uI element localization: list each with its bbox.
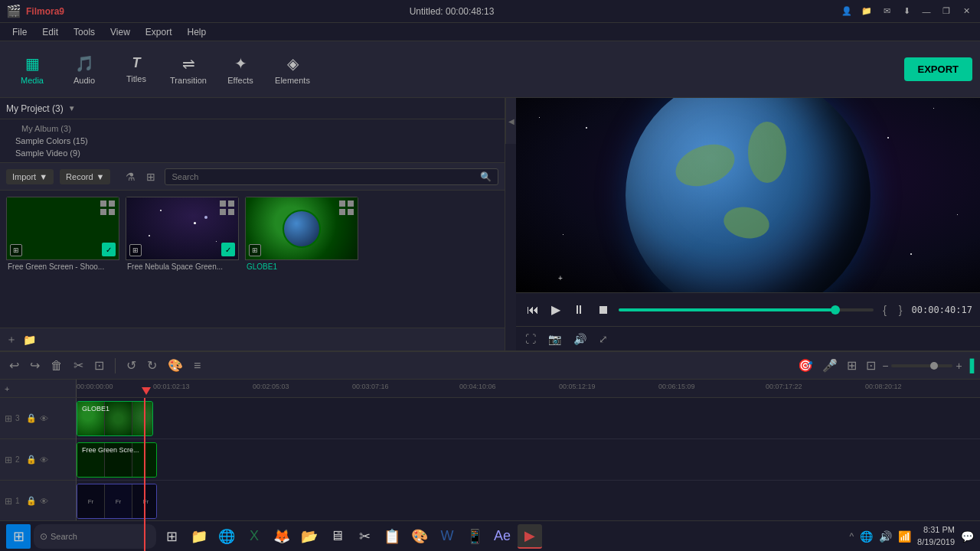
taskbar-search[interactable]: ⊙ Search — [34, 524, 156, 549]
zoom-out-btn[interactable]: − — [882, 360, 888, 372]
bg-star — [957, 214, 958, 215]
motion-track-icon[interactable]: 🎯 — [795, 355, 816, 376]
taskbar-start[interactable]: ⊞ — [6, 524, 31, 549]
clip-nebula[interactable]: Fr Fr Fr — [77, 484, 157, 519]
toolbar-elements[interactable]: ◈ Elements — [268, 45, 317, 94]
taskbar-firefox[interactable]: 🦊 — [270, 524, 294, 549]
toolbar-effects[interactable]: ✦ Effects — [216, 45, 265, 94]
media-item-greenscreen[interactable]: ⊞ ✓ Free Green Screen - Shoo... — [6, 197, 119, 273]
collapse-panel-btn[interactable]: ◀ — [505, 98, 516, 144]
grid-icon[interactable]: ⊞ — [143, 168, 158, 186]
taskbar-folder[interactable]: 📂 — [297, 524, 322, 549]
track-eye-1[interactable]: 👁 — [40, 497, 48, 506]
tree-sample-video[interactable]: Sample Video (9) — [6, 147, 498, 159]
tree-sample-colors[interactable]: Sample Colors (15) — [6, 135, 498, 147]
crop-btn[interactable]: ⊡ — [91, 355, 107, 376]
media-item-globe[interactable]: ⊞ GLOBE1 — [245, 197, 358, 273]
main-area: My Project (3) ▼ My Album (3) Sample Col… — [0, 98, 980, 350]
add-media-icon[interactable]: ＋ — [6, 333, 17, 347]
minimize-btn[interactable]: — — [919, 4, 934, 19]
menu-export[interactable]: Export — [139, 25, 178, 39]
skip-back-btn[interactable]: ⏮ — [524, 300, 542, 320]
taskbar-filmora-active[interactable]: ▶ — [518, 524, 542, 549]
preview-controls: ⏮ ▶ ⏸ ⏹ { } 00:00:40:17 — [516, 292, 980, 326]
taskbar-sticky[interactable]: 📋 — [380, 524, 404, 549]
close-btn[interactable]: ✕ — [959, 4, 974, 19]
menu-tools[interactable]: Tools — [67, 25, 101, 39]
track-lock-2[interactable]: 🔒 — [26, 455, 37, 465]
add-track-btn[interactable]: + — [5, 384, 9, 393]
mail-icon[interactable]: ✉ — [879, 4, 894, 19]
toolbar-audio[interactable]: 🎵 Audio — [60, 45, 109, 94]
delete-btn[interactable]: 🗑 — [47, 356, 66, 376]
zoom-slider[interactable] — [891, 364, 952, 367]
check-badge-1: ✓ — [102, 243, 116, 256]
mark-in-icon[interactable]: { — [880, 301, 890, 319]
fit-icon[interactable]: ⤢ — [599, 333, 608, 345]
pause-btn[interactable]: ⏸ — [570, 300, 588, 320]
pip-icon[interactable]: ⊡ — [863, 355, 879, 376]
export-button[interactable]: EXPORT — [904, 57, 972, 81]
folder-icon[interactable]: 📁 — [23, 334, 36, 346]
folder-icon[interactable]: 📁 — [859, 4, 874, 19]
tree-album[interactable]: My Album (3) — [6, 122, 498, 135]
filter-icon[interactable]: ⚗ — [122, 168, 139, 186]
mic-icon[interactable]: 🎤 — [819, 355, 841, 376]
speed-btn[interactable]: ≡ — [191, 356, 204, 376]
track-lock-1[interactable]: 🔒 — [26, 496, 37, 506]
maximize-btn[interactable]: ❐ — [939, 4, 954, 19]
taskbar-excel[interactable]: X — [242, 524, 266, 549]
progress-handle[interactable] — [831, 305, 840, 315]
play-btn[interactable]: ▶ — [548, 299, 564, 320]
mark-out-icon[interactable]: } — [896, 301, 906, 319]
taskbar-task-view[interactable]: ⊞ — [159, 524, 184, 549]
color-btn[interactable]: 🎨 — [165, 355, 186, 376]
taskbar-volume-icon[interactable]: 🔊 — [879, 530, 892, 543]
undo-btn[interactable]: ↩ — [6, 355, 22, 376]
toolbar-titles[interactable]: T Titles — [112, 45, 161, 94]
user-icon[interactable]: 👤 — [839, 4, 854, 19]
import-button[interactable]: Import ▼ — [6, 169, 54, 184]
taskbar-lang-icon[interactable]: 🌐 — [860, 530, 873, 543]
media-item-nebula[interactable]: ⊞ ✓ Free Nebula Space Green... — [126, 197, 239, 273]
toolbar-transition[interactable]: ⇌ Transition — [164, 45, 213, 94]
subtitle-icon[interactable]: ⊞ — [844, 355, 860, 376]
taskbar-network-icon[interactable]: 📶 — [898, 530, 911, 543]
download-icon[interactable]: ⬇ — [899, 4, 914, 19]
menu-help[interactable]: Help — [181, 25, 213, 39]
clip-greenscreen[interactable]: Free Green Scre... — [77, 442, 157, 478]
redo-btn[interactable]: ↪ — [27, 355, 43, 376]
volume-icon[interactable]: 🔊 — [573, 333, 586, 345]
taskbar-explorer[interactable]: 📁 — [187, 524, 211, 549]
taskbar-expand-icon[interactable]: ^ — [849, 531, 854, 542]
taskbar-paint[interactable]: 🎨 — [407, 524, 432, 549]
taskbar-chrome[interactable]: 🌐 — [214, 524, 239, 549]
track-lock-3[interactable]: 🔒 — [26, 413, 37, 423]
taskbar-snipping[interactable]: ✂ — [352, 524, 377, 549]
rotate-right-btn[interactable]: ↻ — [144, 355, 160, 376]
track-eye-3[interactable]: 👁 — [40, 414, 48, 423]
waveform-btn[interactable]: ▐ — [965, 359, 974, 373]
progress-bar[interactable] — [619, 308, 874, 311]
taskbar-word[interactable]: W — [435, 524, 459, 549]
search-input[interactable] — [172, 172, 477, 181]
cut-btn[interactable]: ✂ — [70, 355, 87, 376]
track-eye-2[interactable]: 👁 — [40, 455, 48, 465]
toolbar-media[interactable]: ▦ Media — [8, 45, 57, 94]
screenshot-icon[interactable]: 📷 — [548, 333, 561, 345]
timeline-toolbar: ↩ ↪ 🗑 ✂ ⊡ ↺ ↻ 🎨 ≡ 🎯 🎤 ⊞ ⊡ − + ▐ — [0, 352, 980, 380]
rotate-left-btn[interactable]: ↺ — [123, 355, 139, 376]
zoom-in-btn[interactable]: + — [956, 360, 962, 372]
taskbar-phone[interactable]: 📱 — [462, 524, 487, 549]
project-title[interactable]: My Project (3) — [6, 103, 64, 114]
menu-file[interactable]: File — [6, 25, 33, 39]
notification-icon[interactable]: 💬 — [961, 530, 974, 543]
clip-globe1[interactable]: GLOBE1 — [77, 401, 153, 436]
record-button[interactable]: Record ▼ — [60, 169, 110, 184]
taskbar-aftereffects[interactable]: Ae — [490, 524, 514, 549]
stop-btn[interactable]: ⏹ — [594, 300, 612, 320]
menu-view[interactable]: View — [104, 25, 136, 39]
taskbar-calculator[interactable]: 🖥 — [325, 524, 349, 549]
menu-edit[interactable]: Edit — [36, 25, 64, 39]
fullscreen-icon[interactable]: ⛶ — [525, 333, 536, 345]
